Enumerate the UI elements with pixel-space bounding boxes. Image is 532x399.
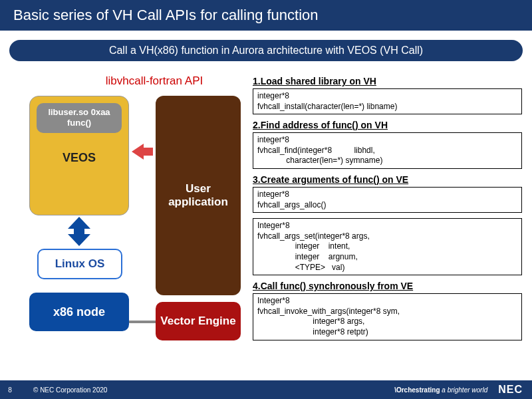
nec-logo: NEC	[494, 384, 532, 396]
connector-line	[129, 321, 156, 323]
step-title: 3.Create arguments of func() on VE	[253, 174, 522, 185]
linux-os-box: Linux OS	[37, 249, 122, 279]
footer: 8 © NEC Corporation 2020 \Orchestrating …	[0, 380, 532, 399]
steps-column: 1.Load shared library on VH integer*8 fv…	[253, 74, 522, 346]
code-box: integer*8 fvhcall_find(integer*8 libhdl,…	[253, 132, 522, 169]
tagline-rest: a brighter world	[440, 386, 488, 394]
api-label: libvhcall-fortran API	[63, 74, 246, 88]
page-number: 8	[0, 386, 20, 394]
vector-engine-box: Vector Engine	[156, 302, 241, 340]
content-area: libvhcall-fortran API libuser.so 0xaa fu…	[0, 74, 532, 379]
veos-box: libuser.so 0xaa func() VEOS	[29, 96, 129, 215]
veos-label: VEOS	[30, 151, 128, 165]
step-title: 4.Call func() synchronously from VE	[253, 281, 522, 291]
copyright: © NEC Corporation 2020	[20, 386, 107, 394]
user-application-box: User application	[156, 96, 241, 295]
diagram-column: libvhcall-fortran API libuser.so 0xaa fu…	[9, 74, 246, 351]
architecture-diagram: libuser.so 0xaa func() VEOS User applica…	[9, 92, 246, 351]
code-box: integer*8 fvhcall_install(character(len=…	[253, 88, 522, 114]
shared-lib-box: libuser.so 0xaa func()	[37, 103, 122, 133]
slide-subtitle: Call a VH(x86) function in Aurora archit…	[9, 40, 523, 61]
tagline: \Orchestrating a brighter world	[394, 386, 494, 394]
step-title: 1.Load shared library on VH	[253, 76, 522, 86]
code-box: Integer*8 fvhcall_invoke_with_args(integ…	[253, 293, 522, 340]
step-title: 2.Find address of func() on VH	[253, 120, 522, 130]
code-box: integer*8 fvhcall_args_alloc()	[253, 187, 522, 213]
slide-title: Basic series of VH Call APIs for calling…	[0, 0, 532, 31]
x86-node-box: x86 node	[29, 293, 129, 331]
slide: Basic series of VH Call APIs for calling…	[0, 0, 532, 399]
tagline-prefix: \Orchestrating	[394, 386, 440, 394]
double-arrow-icon	[68, 217, 90, 246]
code-box: Integer*8 fvhcall_args_set(integer*8 arg…	[253, 218, 522, 275]
